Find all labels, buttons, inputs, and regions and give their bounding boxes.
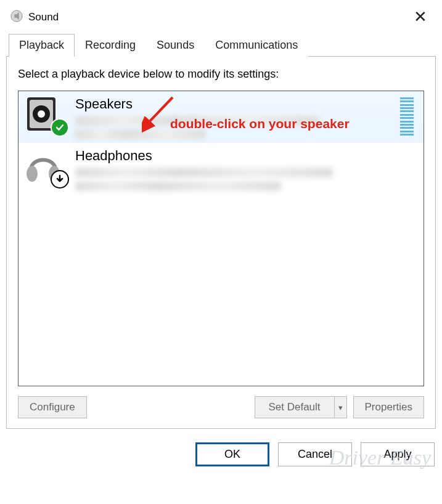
device-name-label: Speakers [75,96,400,112]
device-name-label: Headphones [75,148,419,164]
svg-point-4 [38,110,45,118]
sound-icon [10,9,23,25]
download-badge [51,170,69,189]
titlebar-left: Sound [10,9,59,25]
apply-button[interactable]: Apply [361,442,435,466]
set-default-split-button[interactable]: Set Default ▾ [255,396,347,418]
set-default-dropdown[interactable]: ▾ [334,396,347,418]
ok-button[interactable]: OK [195,442,269,466]
panel-button-row: Configure Set Default ▾ Properties [18,396,424,418]
svg-point-5 [27,166,38,182]
headphone-icon [23,147,68,186]
tab-communications[interactable]: Communications [205,34,308,57]
dialog-button-row: OK Cancel Apply [5,442,437,466]
chevron-down-icon: ▾ [338,403,343,412]
tab-strip: Playback Recording Sounds Communications [9,34,437,56]
close-button[interactable]: ✕ [409,7,432,26]
configure-button[interactable]: Configure [18,396,87,418]
device-item-headphones[interactable]: Headphones [18,143,424,195]
device-list: Speakers [18,91,424,386]
volume-meter [400,97,414,136]
blurred-detail [75,168,333,177]
titlebar: Sound ✕ [5,5,437,34]
tab-panel-playback: Select a playback device below to modify… [6,56,436,429]
speaker-icon [23,95,68,134]
properties-button[interactable]: Properties [353,396,424,418]
tab-recording[interactable]: Recording [75,34,146,57]
blurred-detail [75,129,205,139]
device-item-speakers[interactable]: Speakers [18,91,424,143]
device-info: Speakers [68,95,400,139]
blurred-detail [75,181,281,191]
tab-sounds[interactable]: Sounds [146,34,205,57]
tab-playback[interactable]: Playback [9,34,75,57]
default-check-badge [51,118,69,137]
set-default-button[interactable]: Set Default [255,396,335,418]
instruction-text: Select a playback device below to modify… [18,68,424,81]
cancel-button[interactable]: Cancel [278,442,352,466]
device-info: Headphones [68,147,419,191]
blurred-detail [75,116,319,126]
window-title: Sound [28,11,59,23]
